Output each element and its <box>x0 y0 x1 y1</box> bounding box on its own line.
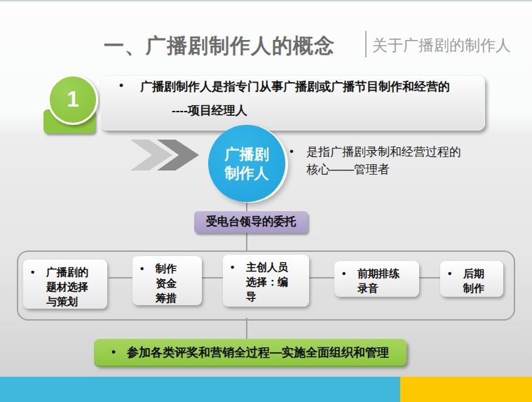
process-box: • 主创人员 选择：编 导 <box>223 255 309 307</box>
delegation-label: 受电台领导的委托 <box>194 211 308 233</box>
process-box-line: 主创人员 <box>246 260 288 274</box>
connector-vertical-bottom <box>246 318 247 340</box>
producer-note-line1: 是指广播剧录制和经营过程的 <box>306 144 461 160</box>
connector-line <box>418 277 441 279</box>
summary-bar: • 参加各类评奖和营销全过程—实施全面组织和管理 <box>94 339 407 366</box>
producer-note-line2: 核心——管理者 <box>306 161 390 177</box>
step-number: 1 <box>67 87 79 112</box>
process-box-line: 筹措 <box>156 290 177 305</box>
step-badge: 1 <box>48 74 98 125</box>
producer-node: 广播剧 制作人 <box>208 125 285 202</box>
top-hairline <box>0 0 532 1</box>
bottom-accent-blue <box>0 377 400 402</box>
process-box-line: 录音 <box>357 281 400 295</box>
bullet-icon: • <box>342 266 346 281</box>
bottom-accent-yellow <box>400 377 532 402</box>
bullet-icon: • <box>448 266 451 281</box>
definition-line1: 广播剧制作人是指专门从事广播剧或广播节目制作和经营的 <box>140 79 450 95</box>
definition-line2: ----项目经理人 <box>172 102 247 119</box>
connector-line <box>109 277 133 279</box>
connector-line <box>202 277 224 279</box>
slide: 一、广播剧制作人的概念 关于广播剧的制作人 1 • 广播剧制作人是指专门从事广播… <box>0 0 532 402</box>
bullet-icon: • <box>31 264 34 279</box>
process-box: • 后期 制作 <box>440 261 503 297</box>
process-box: • 制作 资金 筹措 <box>132 256 202 305</box>
page-subtitle: 关于广播剧的制作人 <box>372 35 511 56</box>
process-box-line: 制作 <box>156 261 177 276</box>
bullet-icon: • <box>119 79 123 93</box>
producer-node-line2: 制作人 <box>225 163 269 182</box>
page-title: 一、广播剧制作人的概念 <box>104 32 335 60</box>
process-box-line: 制作 <box>463 281 484 295</box>
process-box-line: 选择：编 <box>246 274 288 289</box>
bullet-icon: • <box>231 260 234 274</box>
bullet-icon: • <box>111 345 116 359</box>
process-box-line: 导 <box>246 289 288 304</box>
producer-node-line1: 广播剧 <box>225 145 269 163</box>
process-box-line: 资金 <box>156 276 177 290</box>
summary-label: 参加各类评奖和营销全过程—实施全面组织和管理 <box>127 344 389 361</box>
header-divider <box>365 31 367 58</box>
process-box-line: 后期 <box>463 266 484 281</box>
process-box-line: 题材选择 <box>46 279 88 294</box>
bullet-icon: • <box>140 261 144 276</box>
process-box-line: 前期排练 <box>357 266 400 281</box>
process-box: • 前期排练 录音 <box>334 261 419 297</box>
connector-line <box>308 277 335 279</box>
process-box-line: 与策划 <box>46 294 88 309</box>
process-box: • 广播剧的 题材选择 与策划 <box>23 260 107 309</box>
process-box-line: 广播剧的 <box>46 264 88 279</box>
bullet-icon: • <box>289 145 294 159</box>
